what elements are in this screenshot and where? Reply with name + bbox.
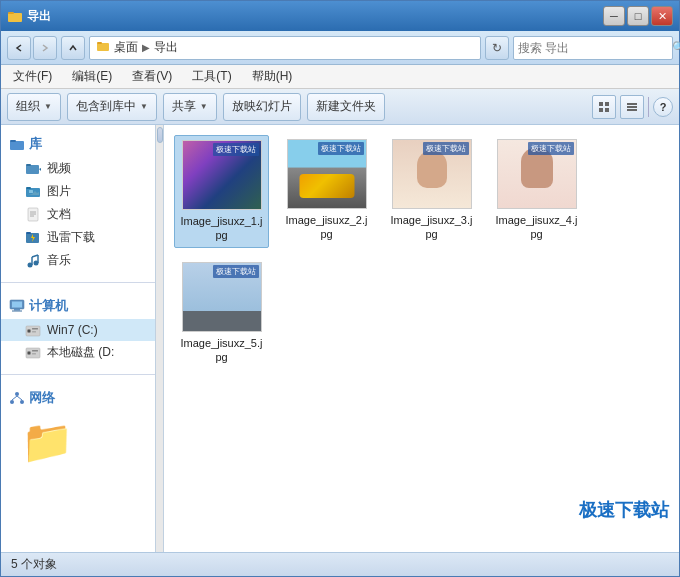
sidebar-item-music[interactable]: 音乐 [1,249,155,272]
sidebar-library-label: 库 [29,135,42,153]
sidebar: 库 视频 [1,125,156,552]
minimize-button[interactable]: ─ [603,6,625,26]
address-bar: 桌面 ▶ 导出 ↻ 🔍 [1,31,679,65]
up-button[interactable] [61,36,85,60]
thunder-folder-icon [26,230,40,245]
svg-rect-2 [97,43,109,51]
view-toggle-button[interactable] [592,95,616,119]
video-folder-icon [26,162,41,175]
thumb-image-5: 极速下载站 [183,263,261,331]
folder-icon-breadcrumb [96,39,110,56]
svg-rect-33 [12,302,22,308]
svg-rect-13 [26,165,39,174]
breadcrumb-separator: ▶ [142,42,150,53]
doc-icon [26,207,40,222]
thumb-overlay-4: 极速下载站 [528,142,574,155]
menu-help[interactable]: 帮助(H) [248,66,297,87]
forward-icon [40,43,50,53]
file-item-5[interactable]: 极速下载站 Image_jisuxz_5.jpg [174,258,269,369]
slideshow-button[interactable]: 放映幻灯片 [223,93,301,121]
image-icon [25,184,41,200]
sidebar-image-label: 图片 [47,183,71,200]
file-thumbnail-5: 极速下载站 [182,262,262,332]
svg-line-49 [12,396,17,400]
svg-rect-3 [97,42,102,44]
close-button[interactable]: ✕ [651,6,673,26]
svg-rect-8 [627,103,637,105]
svg-rect-34 [14,309,20,311]
breadcrumb[interactable]: 桌面 ▶ 导出 [89,36,481,60]
sidebar-thunder-label: 迅雷下载 [47,229,95,246]
up-icon [68,43,78,53]
file-item-2[interactable]: 极速下载站 Image_jisuxz_2.jpg [279,135,374,248]
organize-dropdown-icon: ▼ [44,102,52,111]
menu-edit[interactable]: 编辑(E) [68,66,116,87]
organize-button[interactable]: 组织 ▼ [7,93,61,121]
share-button[interactable]: 共享 ▼ [163,93,217,121]
sidebar-item-image[interactable]: 图片 [1,180,155,203]
sidebar-item-drive-c[interactable]: Win7 (C:) [1,319,155,341]
scrollbar-thumb[interactable] [157,127,163,143]
file-item-4[interactable]: 极速下载站 Image_jisuxz_4.jpg [489,135,584,248]
svg-rect-39 [32,328,38,330]
document-icon [25,207,41,223]
thumb-image-3: 极速下载站 [393,140,471,208]
sidebar-library-header[interactable]: 库 [1,131,155,157]
sidebar-video-label: 视频 [47,160,71,177]
drive-d-icon [25,345,41,361]
search-icon: 🔍 [672,41,680,54]
view-list-button[interactable] [620,95,644,119]
refresh-button[interactable]: ↻ [485,36,509,60]
svg-rect-11 [10,141,24,150]
sidebar-item-document[interactable]: 文档 [1,203,155,226]
drive-d-icon-svg [25,346,41,359]
file-item-3[interactable]: 极速下载站 Image_jisuxz_3.jpg [384,135,479,248]
sidebar-item-video[interactable]: 视频 [1,157,155,180]
file-thumbnail-2: 极速下载站 [287,139,367,209]
help-button[interactable]: ? [653,97,673,117]
content-area: 极速下载站 Image_jisuxz_1.jpg 极速下载站 Image_jis… [164,125,679,552]
sidebar-network-label: 网络 [29,389,55,407]
toolbar: 组织 ▼ 包含到库中 ▼ 共享 ▼ 放映幻灯片 新建文件夹 [1,89,679,125]
library-folder-icon [9,136,25,152]
sidebar-divider-1 [1,282,155,283]
thumb-overlay-1: 极速下载站 [213,143,259,156]
svg-rect-25 [26,232,31,234]
sidebar-document-label: 文档 [47,206,71,223]
sidebar-item-drive-d[interactable]: 本地磁盘 (D: [1,341,155,364]
music-icon [25,253,41,269]
sidebar-drive-c-label: Win7 (C:) [47,323,98,337]
sidebar-computer-header[interactable]: 计算机 [1,293,155,319]
maximize-button[interactable]: □ [627,6,649,26]
image-folder-icon [26,185,41,198]
computer-icon-svg [9,299,25,313]
file-label-3: Image_jisuxz_3.jpg [388,213,475,242]
menu-tools[interactable]: 工具(T) [188,66,235,87]
thumb-overlay-5: 极速下载站 [213,265,259,278]
folder-title-icon [7,8,23,24]
file-item-1[interactable]: 极速下载站 Image_jisuxz_1.jpg [174,135,269,248]
forward-button[interactable] [33,36,57,60]
search-box[interactable]: 🔍 [513,36,673,60]
status-bar: 5 个对象 [1,552,679,576]
sidebar-item-thunder[interactable]: 迅雷下载 [1,226,155,249]
sidebar-network-section: 网络 📁 [1,379,155,479]
svg-point-43 [28,352,30,354]
help-icon: ? [660,101,667,113]
title-bar: 导出 ─ □ ✕ [1,1,679,31]
sidebar-network-header[interactable]: 网络 [1,385,155,411]
title-bar-left: 导出 [7,8,51,25]
library-button[interactable]: 包含到库中 ▼ [67,93,157,121]
library-icon [9,136,25,152]
back-button[interactable] [7,36,31,60]
menu-file[interactable]: 文件(F) [9,66,56,87]
svg-rect-10 [627,109,637,111]
svg-marker-15 [39,168,41,171]
svg-rect-45 [32,353,36,355]
new-folder-button[interactable]: 新建文件夹 [307,93,385,121]
file-label-4: Image_jisuxz_4.jpg [493,213,580,242]
organize-label: 组织 [16,98,40,115]
search-input[interactable] [518,41,668,55]
menu-view[interactable]: 查看(V) [128,66,176,87]
sidebar-scrollbar[interactable] [156,125,164,552]
